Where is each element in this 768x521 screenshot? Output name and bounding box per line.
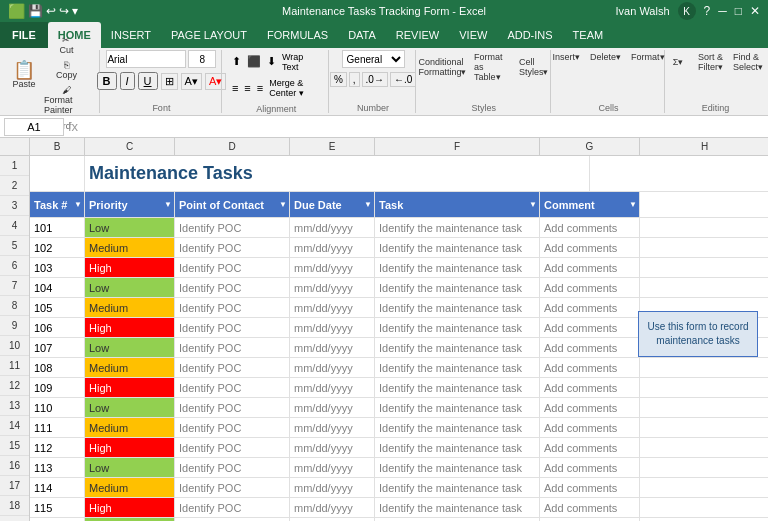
cell-priority[interactable]: Low <box>85 338 175 357</box>
tab-addins[interactable]: ADD-INS <box>497 22 562 48</box>
minimize-btn[interactable]: ─ <box>718 4 727 18</box>
sort-filter-btn[interactable]: Sort &Filter▾ <box>694 50 727 74</box>
col-header-g[interactable]: G <box>540 138 640 155</box>
cell-priority[interactable]: Medium <box>85 418 175 437</box>
format-btn[interactable]: Format▾ <box>627 50 669 64</box>
filter-arrow-tasknum[interactable]: ▼ <box>74 200 82 209</box>
cell-poc[interactable]: Identify POC <box>175 258 290 277</box>
cell-priority[interactable]: High <box>85 498 175 517</box>
cell-task-num[interactable]: 105 <box>30 298 85 317</box>
cell-due-date[interactable]: mm/dd/yyyy <box>290 418 375 437</box>
copy-btn[interactable]: ⎘ Copy <box>40 58 93 82</box>
cell-comment[interactable]: Add comments <box>540 298 640 317</box>
align-left-btn[interactable]: ≡ <box>230 80 240 96</box>
cell-priority[interactable]: High <box>85 318 175 337</box>
cell-due-date[interactable]: mm/dd/yyyy <box>290 258 375 277</box>
sheet-title-cell[interactable]: Maintenance Tasks <box>85 156 590 191</box>
tab-insert[interactable]: INSERT <box>101 22 161 48</box>
cell-task[interactable]: Identify the maintenance task <box>375 338 540 357</box>
percent-btn[interactable]: % <box>330 72 347 87</box>
cell-task-num[interactable]: 110 <box>30 398 85 417</box>
cell-task[interactable]: Identify the maintenance task <box>375 358 540 377</box>
cell-priority[interactable]: Medium <box>85 358 175 377</box>
filter-arrow-comment[interactable]: ▼ <box>629 200 637 209</box>
cell-task-num[interactable]: 106 <box>30 318 85 337</box>
cell-task[interactable]: Identify the maintenance task <box>375 318 540 337</box>
font-size-input[interactable] <box>188 50 216 68</box>
help-btn[interactable]: ? <box>704 4 711 18</box>
maximize-btn[interactable]: □ <box>735 4 742 18</box>
cell-poc[interactable]: Identify POC <box>175 298 290 317</box>
cell-comment[interactable]: Add comments <box>540 498 640 517</box>
format-as-table-btn[interactable]: Format asTable▾ <box>470 50 514 84</box>
cell-task[interactable]: Identify the maintenance task <box>375 218 540 237</box>
cell-poc[interactable]: Identify POC <box>175 458 290 477</box>
merge-center-btn[interactable]: Merge & Center ▾ <box>267 76 322 100</box>
save-qat-btn[interactable]: 💾 <box>28 4 43 18</box>
cell-due-date[interactable]: mm/dd/yyyy <box>290 298 375 317</box>
cell-task[interactable]: Identify the maintenance task <box>375 498 540 517</box>
cell-comment[interactable]: Add comments <box>540 478 640 497</box>
cell-poc[interactable]: Identify POC <box>175 418 290 437</box>
cell-poc[interactable]: Identify POC <box>175 278 290 297</box>
cell-comment[interactable]: Add comments <box>540 318 640 337</box>
tab-view[interactable]: VIEW <box>449 22 497 48</box>
cell-due-date[interactable]: mm/dd/yyyy <box>290 358 375 377</box>
cell-due-date[interactable]: mm/dd/yyyy <box>290 438 375 457</box>
cell-due-date[interactable]: mm/dd/yyyy <box>290 398 375 417</box>
cell-due-date[interactable]: mm/dd/yyyy <box>290 478 375 497</box>
find-select-btn[interactable]: Find &Select▾ <box>729 50 767 74</box>
cell-poc[interactable]: Identify POC <box>175 478 290 497</box>
cell-task[interactable]: Identify the maintenance task <box>375 278 540 297</box>
cell-priority[interactable]: High <box>85 258 175 277</box>
delete-btn[interactable]: Delete▾ <box>586 50 625 64</box>
cell-task[interactable]: Identify the maintenance task <box>375 418 540 437</box>
cell-task-num[interactable]: 108 <box>30 358 85 377</box>
cut-btn[interactable]: ✂ Cut <box>40 33 93 57</box>
cell-poc[interactable]: Identify POC <box>175 438 290 457</box>
cell-comment[interactable]: Add comments <box>540 218 640 237</box>
formula-input[interactable] <box>82 118 764 136</box>
cell-priority[interactable]: Low <box>85 458 175 477</box>
cell-priority[interactable]: Low <box>85 398 175 417</box>
cell-priority[interactable]: Low <box>85 218 175 237</box>
cell-comment[interactable]: Add comments <box>540 338 640 357</box>
tab-formulas[interactable]: FORMULAS <box>257 22 338 48</box>
filter-arrow-task[interactable]: ▼ <box>529 200 537 209</box>
cell-poc[interactable]: Identify POC <box>175 338 290 357</box>
cell-task-num[interactable]: 104 <box>30 278 85 297</box>
cell-task[interactable]: Identify the maintenance task <box>375 298 540 317</box>
decrease-decimal-btn[interactable]: ←.0 <box>390 72 416 87</box>
cell-task-num[interactable]: 114 <box>30 478 85 497</box>
cell-poc[interactable]: Identify POC <box>175 358 290 377</box>
align-center-btn[interactable]: ≡ <box>242 80 252 96</box>
cell-task-num[interactable]: 111 <box>30 418 85 437</box>
cell-priority[interactable]: Medium <box>85 478 175 497</box>
italic-btn[interactable]: I <box>120 72 135 90</box>
cell-task-num[interactable]: 112 <box>30 438 85 457</box>
cell-task-num[interactable]: 107 <box>30 338 85 357</box>
filter-arrow-duedate[interactable]: ▼ <box>364 200 372 209</box>
cell-due-date[interactable]: mm/dd/yyyy <box>290 458 375 477</box>
format-painter-btn[interactable]: 🖌 Format Painter <box>40 83 93 117</box>
cell-due-date[interactable]: mm/dd/yyyy <box>290 498 375 517</box>
cell-task-num[interactable]: 115 <box>30 498 85 517</box>
cell-due-date[interactable]: mm/dd/yyyy <box>290 378 375 397</box>
redo-qat-btn[interactable]: ↪ <box>59 4 69 18</box>
cell-comment[interactable]: Add comments <box>540 398 640 417</box>
cell-due-date[interactable]: mm/dd/yyyy <box>290 278 375 297</box>
header-poc[interactable]: Point of Contact▼ <box>175 192 290 217</box>
cell-due-date[interactable]: mm/dd/yyyy <box>290 318 375 337</box>
tab-page-layout[interactable]: PAGE LAYOUT <box>161 22 257 48</box>
cell-task[interactable]: Identify the maintenance task <box>375 458 540 477</box>
undo-qat-btn[interactable]: ↩ <box>46 4 56 18</box>
align-middle-btn[interactable]: ⬛ <box>245 53 263 70</box>
conditional-formatting-btn[interactable]: ConditionalFormatting▾ <box>417 55 468 79</box>
cell-poc[interactable]: Identify POC <box>175 218 290 237</box>
qat-dropdown[interactable]: ▾ <box>72 4 78 18</box>
cell-task[interactable]: Identify the maintenance task <box>375 378 540 397</box>
cell-poc[interactable]: Identify POC <box>175 498 290 517</box>
fill-color-btn[interactable]: A▾ <box>181 73 202 90</box>
col-header-b[interactable]: B <box>30 138 85 155</box>
cell-due-date[interactable]: mm/dd/yyyy <box>290 238 375 257</box>
